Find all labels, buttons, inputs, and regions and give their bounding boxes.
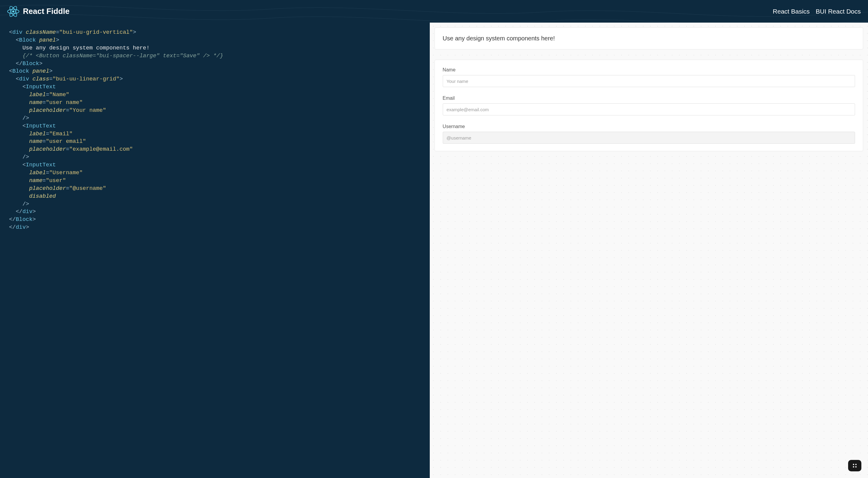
code-str: "Username" [49, 170, 83, 176]
svg-point-0 [12, 10, 14, 12]
code-str: "bui-uu-grid-vertical" [59, 29, 133, 36]
code-str: "user name" [46, 99, 83, 106]
svg-point-7 [855, 466, 857, 468]
code-str: "Name" [49, 92, 69, 98]
field-label-email: Email [443, 96, 855, 101]
svg-point-5 [855, 464, 857, 465]
code-str: "Email" [49, 131, 73, 137]
code-str: "@username" [69, 185, 106, 192]
code-str: "user" [46, 178, 66, 184]
code-text: Use any design system components here! [22, 45, 150, 51]
username-input [443, 132, 855, 144]
name-input[interactable] [443, 75, 855, 87]
topo-background [0, 0, 868, 23]
code-comment: {/* <Button className="bui-spacer--large… [22, 53, 223, 59]
main: <div className="bui-uu-grid-vertical"> <… [0, 23, 868, 478]
field-label-username: Username [443, 124, 855, 129]
preview-panel-2: Name Email Username [435, 60, 863, 151]
nav: React Basics BUI React Docs [773, 8, 861, 15]
field-email: Email [443, 96, 855, 116]
preview-panel-1: Use any design system components here! [435, 27, 863, 50]
code-str: "Your name" [69, 107, 106, 114]
field-label-name: Name [443, 67, 855, 73]
code-editor[interactable]: <div className="bui-uu-grid-vertical"> <… [0, 23, 430, 478]
code-str: "user email" [46, 138, 86, 145]
email-input[interactable] [443, 103, 855, 116]
svg-point-6 [853, 466, 854, 468]
svg-point-4 [853, 464, 854, 465]
nav-link-bui-react-docs[interactable]: BUI React Docs [816, 8, 861, 15]
field-name: Name [443, 67, 855, 87]
panel-text: Use any design system components here! [443, 35, 855, 42]
preview-pane: Use any design system components here! N… [430, 23, 868, 478]
code-str: "bui-uu-linear-grid" [53, 76, 119, 82]
field-username: Username [443, 124, 855, 144]
grid-menu-button[interactable] [848, 460, 861, 471]
brand: React Fiddle [7, 5, 70, 18]
app-title: React Fiddle [23, 7, 70, 16]
nav-link-react-basics[interactable]: React Basics [773, 8, 810, 15]
grid-dots-icon [852, 463, 858, 469]
code-str: "example@email.com" [69, 146, 133, 153]
react-icon [7, 5, 19, 18]
header: React Fiddle React Basics BUI React Docs [0, 0, 868, 23]
